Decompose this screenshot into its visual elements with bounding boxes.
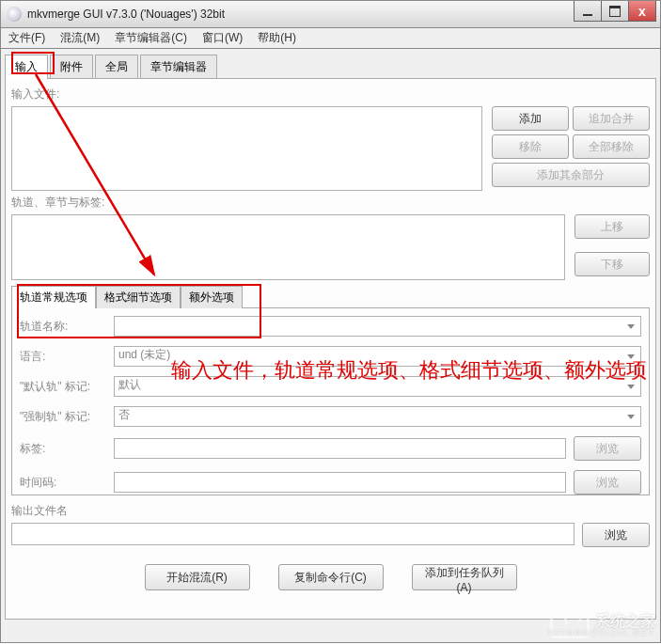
add-button[interactable]: 添加 (492, 106, 569, 131)
bottom-button-row: 开始混流(R) 复制命令行(C) 添加到任务队列(A) (11, 564, 650, 590)
window-title: mkvmerge GUI v7.3.0 ('Nouages') 32bit (27, 8, 660, 21)
title-bar: mkvmerge GUI v7.3.0 ('Nouages') 32bit x (0, 0, 661, 28)
default-track-label: "默认轨" 标记: (20, 379, 114, 395)
tags-label: 标签: (20, 441, 114, 457)
move-down-button: 下移 (574, 252, 650, 276)
remove-button: 移除 (492, 134, 569, 159)
input-files-label: 输入文件: (11, 86, 650, 102)
menu-help[interactable]: 帮助(H) (250, 28, 304, 48)
menu-bar: 文件(F) 混流(M) 章节编辑器(C) 窗口(W) 帮助(H) (0, 28, 661, 49)
tab-global[interactable]: 全局 (95, 55, 138, 79)
forced-track-label: "强制轨" 标记: (20, 409, 114, 425)
tab-chapter-editor[interactable]: 章节编辑器 (140, 55, 217, 79)
tab-input[interactable]: 输入 (5, 55, 48, 79)
subtab-format[interactable]: 格式细节选项 (96, 286, 181, 308)
watermark-subtext: XITONGZHIJIA.NET (548, 628, 655, 637)
tags-browse-button: 浏览 (574, 436, 641, 461)
track-general-panel: 轨道名称: 语言: und (未定) "默认轨" 标记: 默认 "强制轨" 标记… (11, 307, 650, 495)
forced-track-combo[interactable]: 否 (114, 406, 641, 427)
append-button: 追加合并 (573, 106, 650, 131)
subtab-extra[interactable]: 额外选项 (181, 286, 243, 308)
menu-mux[interactable]: 混流(M) (53, 28, 107, 48)
remove-all-button: 全部移除 (573, 134, 650, 159)
default-track-combo[interactable]: 默认 (114, 376, 641, 397)
copy-cmdline-button[interactable]: 复制命令行(C) (278, 564, 384, 590)
tab-attachments[interactable]: 附件 (50, 55, 93, 79)
move-up-button: 上移 (574, 214, 650, 239)
add-rest-button: 添加其余部分 (492, 163, 650, 187)
track-name-input[interactable] (114, 316, 641, 337)
tracks-list[interactable] (11, 214, 565, 280)
tags-input[interactable] (114, 438, 566, 459)
input-files-list[interactable] (11, 106, 482, 191)
track-name-label: 轨道名称: (20, 319, 114, 335)
minimize-button[interactable] (574, 1, 602, 22)
timecodes-input[interactable] (114, 472, 566, 493)
menu-window[interactable]: 窗口(W) (195, 28, 250, 48)
input-tab-panel: 输入文件: 添加 追加合并 移除 全部移除 添加其余部分 轨道、章节与标签: (5, 78, 656, 620)
language-label: 语言: (20, 349, 114, 365)
main-tabs: 输入 附件 全局 章节编辑器 (5, 55, 656, 79)
close-button[interactable]: x (628, 1, 656, 22)
menu-chapter-editor[interactable]: 章节编辑器(C) (107, 28, 195, 48)
timecodes-browse-button: 浏览 (574, 470, 641, 495)
menu-file[interactable]: 文件(F) (1, 28, 53, 48)
add-to-queue-button[interactable]: 添加到任务队列(A) (412, 564, 517, 590)
output-filename-input[interactable] (11, 523, 574, 545)
output-browse-button[interactable]: 浏览 (582, 523, 650, 547)
start-mux-button[interactable]: 开始混流(R) (145, 564, 250, 590)
subtab-general[interactable]: 轨道常规选项 (11, 286, 96, 308)
app-icon (7, 7, 22, 22)
timecodes-label: 时间码: (20, 475, 114, 491)
watermark: 系统之家 XITONGZHIJIA.NET (550, 605, 655, 638)
track-option-tabs: 轨道常规选项 格式细节选项 额外选项 (11, 286, 650, 308)
output-filename-label: 输出文件名 (11, 503, 650, 519)
maximize-button[interactable] (601, 1, 629, 22)
language-combo[interactable]: und (未定) (114, 346, 641, 367)
main-frame: 输入 附件 全局 章节编辑器 输入文件: 添加 追加合并 移除 全部移除 添加其… (0, 49, 661, 643)
tracks-label: 轨道、章节与标签: (11, 195, 650, 211)
window-controls: x (574, 1, 656, 22)
